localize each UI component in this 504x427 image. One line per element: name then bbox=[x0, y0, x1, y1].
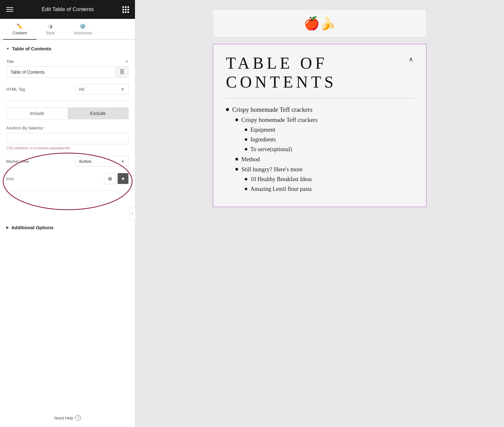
toc-item-text: 10 Healthy Breakfast Ideas bbox=[250, 176, 312, 183]
left-panel: Edit Table of Contents ✏️ Content ◑ Styl… bbox=[0, 0, 135, 427]
toc-bullet bbox=[235, 158, 238, 161]
divider-1 bbox=[6, 101, 129, 101]
need-help-text: Need Help bbox=[54, 416, 73, 420]
none-icon: ⊘ bbox=[108, 176, 112, 182]
toc-list-item[interactable]: Equipment bbox=[226, 125, 413, 135]
hamburger-icon[interactable] bbox=[6, 7, 13, 12]
toc-bullet bbox=[226, 108, 229, 111]
html-tag-value: H2 bbox=[79, 87, 85, 92]
toc-title-line1: TABLE OF bbox=[226, 54, 328, 72]
section-header: ▼ Table of Contents bbox=[6, 46, 129, 51]
icon-none-btn[interactable]: ⊘ bbox=[104, 173, 115, 184]
title-label: Title bbox=[6, 59, 14, 64]
toc-title-line2: CONTENTS bbox=[226, 73, 337, 91]
exclude-btn[interactable]: Exclude bbox=[68, 108, 129, 119]
icon-label: Icon bbox=[6, 176, 14, 181]
collapse-handle[interactable]: ‹ bbox=[129, 207, 136, 220]
toc-bullet bbox=[235, 118, 238, 121]
title-input-group: 🗄 bbox=[6, 66, 129, 78]
toc-list-item[interactable]: To serve(optional) bbox=[226, 145, 413, 154]
toc-list-item[interactable]: Ingredients bbox=[226, 135, 413, 145]
section-title: Table of Contents bbox=[12, 46, 52, 51]
tab-content-label: Content bbox=[13, 31, 27, 35]
toc-item-text: Crispy homemade Teff crackers bbox=[241, 117, 317, 123]
anchors-row: Anchors By Selector CSS selectors, in a … bbox=[6, 126, 129, 150]
tabs-bar: ✏️ Content ◑ Style ⚙️ Advanced bbox=[0, 19, 135, 40]
additional-arrow: ▶ bbox=[6, 226, 9, 229]
toc-bullet bbox=[245, 148, 247, 151]
anchors-label: Anchors By Selector bbox=[6, 126, 129, 130]
toc-item-text: Method bbox=[241, 156, 260, 163]
grid-icon[interactable] bbox=[122, 6, 129, 13]
title-field-row: Title ✦ 🗄 bbox=[6, 59, 129, 78]
need-help[interactable]: Need Help ? bbox=[0, 409, 135, 427]
toc-collapse-button[interactable]: ∧ bbox=[409, 55, 413, 63]
toc-list-item[interactable]: 10 Healthy Breakfast Ideas bbox=[226, 174, 413, 184]
tab-style-label: Style bbox=[46, 31, 55, 35]
tab-style[interactable]: ◑ Style bbox=[36, 19, 64, 40]
toc-bullet bbox=[245, 178, 247, 180]
include-btn[interactable]: Include bbox=[7, 108, 68, 119]
tab-advanced[interactable]: ⚙️ Advanced bbox=[64, 19, 101, 40]
marker-view-row: Marker View Bullets ▼ bbox=[6, 156, 129, 167]
marker-view-chevron: ▼ bbox=[121, 159, 125, 164]
toc-bullet bbox=[245, 128, 247, 131]
marker-view-label: Marker View bbox=[6, 159, 29, 164]
toc-title-area: TABLE OF CONTENTS ∧ bbox=[226, 54, 413, 98]
toc-list-item[interactable]: Crispy homemade Teff crackers bbox=[226, 115, 413, 125]
toc-list-item[interactable]: Crispy homemade Teff crackers bbox=[226, 105, 413, 115]
annotated-section: Marker View Bullets ▼ Icon ⊘ ● bbox=[6, 156, 129, 184]
toc-list-item[interactable]: Amazing Lentil flour pasta bbox=[226, 184, 413, 194]
additional-options-section[interactable]: ▶ Additional Options bbox=[0, 225, 135, 236]
toc-bullet bbox=[235, 168, 238, 171]
marker-view-value: Bullets bbox=[79, 159, 92, 164]
toc-item-text: Ingredients bbox=[250, 136, 276, 143]
html-tag-select[interactable]: H2 ▼ bbox=[75, 84, 129, 94]
help-circle-icon: ? bbox=[75, 415, 81, 421]
icon-row: Icon ⊘ ● bbox=[6, 173, 129, 184]
html-tag-row: HTML Tag H2 ▼ bbox=[6, 84, 129, 94]
logo-icon: 🍎🍌 bbox=[304, 16, 335, 31]
toc-title-text: TABLE OF CONTENTS bbox=[226, 54, 337, 92]
additional-options-label: Additional Options bbox=[11, 225, 53, 230]
section-collapse-arrow[interactable]: ▼ bbox=[6, 47, 9, 50]
anchors-hint: CSS selectors, in a comma-separated list bbox=[6, 146, 129, 150]
marker-view-select[interactable]: Bullets ▼ bbox=[75, 156, 129, 167]
title-db-icon[interactable]: 🗄 bbox=[115, 67, 128, 77]
panel-content: ▼ Table of Contents Title ✦ 🗄 HTML Tag H… bbox=[0, 40, 135, 225]
dynamic-tags-icon[interactable]: ✦ bbox=[125, 59, 129, 64]
toc-widget: TABLE OF CONTENTS ∧ Crispy homemade Teff… bbox=[213, 44, 427, 207]
tab-advanced-label: Advanced bbox=[74, 31, 92, 35]
top-bar-title: Edit Table of Contents bbox=[42, 6, 94, 13]
toc-item-text: To serve(optional) bbox=[250, 146, 292, 153]
gear-icon: ⚙️ bbox=[80, 23, 86, 29]
anchors-input[interactable] bbox=[6, 133, 129, 144]
divider-2 bbox=[6, 191, 129, 191]
icon-buttons: ⊘ ● bbox=[104, 173, 129, 184]
icon-bullet-btn[interactable]: ● bbox=[117, 173, 129, 184]
toc-list-item[interactable]: Method bbox=[226, 154, 413, 164]
title-input[interactable] bbox=[7, 67, 115, 77]
toc-item-text: Equipment bbox=[250, 127, 275, 133]
toc-item-text: Amazing Lentil flour pasta bbox=[250, 186, 311, 192]
logo-area: 🍎🍌 bbox=[213, 9, 427, 37]
html-tag-label: HTML Tag bbox=[6, 87, 25, 92]
toc-list: Crispy homemade Teff crackersCrispy home… bbox=[226, 105, 413, 194]
style-icon: ◑ bbox=[48, 23, 53, 29]
include-exclude-toggle: Include Exclude bbox=[6, 107, 129, 119]
toc-list-item[interactable]: Still hungry? Here's more bbox=[226, 164, 413, 174]
top-bar: Edit Table of Contents bbox=[0, 0, 135, 19]
pencil-icon: ✏️ bbox=[17, 23, 23, 29]
html-tag-chevron: ▼ bbox=[121, 87, 125, 92]
toc-item-text: Still hungry? Here's more bbox=[241, 166, 303, 173]
title-label-row: Title ✦ bbox=[6, 59, 129, 64]
right-panel: 🍎🍌 TABLE OF CONTENTS ∧ Crispy homemade T… bbox=[135, 0, 504, 427]
tab-content[interactable]: ✏️ Content bbox=[3, 19, 36, 40]
bullet-icon: ● bbox=[121, 176, 125, 181]
toc-bullet bbox=[245, 188, 247, 190]
question-mark: ? bbox=[77, 416, 79, 420]
toc-bullet bbox=[245, 138, 247, 141]
toc-item-text: Crispy homemade Teff crackers bbox=[232, 106, 312, 113]
